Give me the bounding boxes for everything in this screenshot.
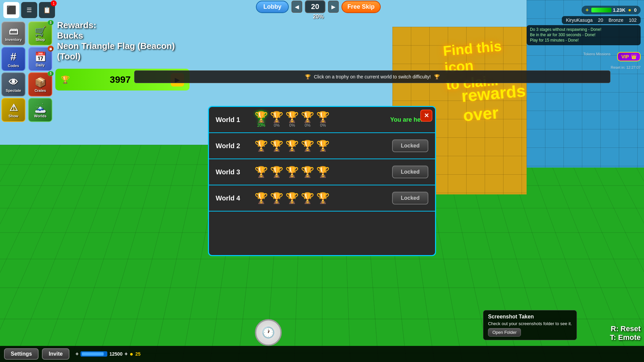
trophy-5-pct: 0% bbox=[320, 123, 326, 128]
w3-trophy-1-cup: 🏆 bbox=[255, 167, 268, 177]
world-4-row: World 4 🏆 🏆 🏆 🏆 🏆 Locked bbox=[209, 185, 435, 212]
w3-trophy-2: 🏆 bbox=[270, 167, 283, 177]
w4-trophy-1-cup: 🏆 bbox=[255, 193, 268, 203]
world-3-row: World 3 🏆 🏆 🏆 🏆 🏆 Locked bbox=[209, 159, 435, 185]
trophy-2-pct: 0% bbox=[274, 123, 279, 128]
w3-trophy-3-cup: 🏆 bbox=[285, 167, 299, 177]
w3-trophy-3: 🏆 bbox=[285, 167, 299, 177]
world-1-trophies: 🏆 20% 🏆 0% 🏆 0% 🏆 0% 🏆 0% bbox=[255, 112, 376, 128]
w3-trophy-4: 🏆 bbox=[301, 167, 314, 177]
world-1-row[interactable]: World 1 🏆 20% 🏆 0% 🏆 0% 🏆 0% bbox=[209, 107, 435, 133]
w3-trophy-2-cup: 🏆 bbox=[270, 167, 283, 177]
world-1-name: World 1 bbox=[216, 116, 249, 124]
w2-trophy-2: 🏆 bbox=[270, 140, 283, 151]
trophy-col-2: 🏆 0% bbox=[270, 112, 283, 128]
w4-trophy-2-cup: 🏆 bbox=[270, 193, 283, 203]
trophy-3-pct: 0% bbox=[289, 123, 295, 128]
modal-empty-area bbox=[209, 212, 435, 255]
w2-trophy-5: 🏆 bbox=[316, 140, 330, 151]
trophy-4-cup: 🏆 bbox=[301, 112, 314, 122]
w2-trophy-1-cup: 🏆 bbox=[255, 140, 268, 151]
w2-trophy-4-cup: 🏆 bbox=[301, 140, 314, 151]
w2-trophy-3: 🏆 bbox=[285, 140, 299, 151]
w4-trophy-2: 🏆 bbox=[270, 193, 283, 203]
trophy-4-pct: 0% bbox=[305, 123, 310, 128]
trophy-2-cup: 🏆 bbox=[270, 112, 283, 122]
w4-trophy-3: 🏆 bbox=[285, 193, 299, 203]
w4-trophy-3-cup: 🏆 bbox=[285, 193, 299, 203]
w4-trophy-1: 🏆 bbox=[255, 193, 268, 203]
world-2-trophies: 🏆 🏆 🏆 🏆 🏆 bbox=[255, 140, 376, 151]
trophy-col-5: 🏆 0% bbox=[316, 112, 330, 128]
trophy-1-cup: 🏆 bbox=[255, 112, 268, 122]
trophy-col-3: 🏆 0% bbox=[285, 112, 299, 128]
world-2-locked-button[interactable]: Locked bbox=[392, 139, 428, 152]
worlds-modal: ✕ World 1 🏆 20% 🏆 0% 🏆 0% 🏆 0 bbox=[208, 106, 436, 256]
w4-trophy-5: 🏆 bbox=[316, 193, 330, 203]
w2-trophy-1: 🏆 bbox=[255, 140, 268, 151]
world-4-name: World 4 bbox=[216, 194, 249, 202]
w4-trophy-5-cup: 🏆 bbox=[316, 193, 330, 203]
world-3-locked-button[interactable]: Locked bbox=[392, 166, 428, 178]
world-4-trophies: 🏆 🏆 🏆 🏆 🏆 bbox=[255, 193, 376, 203]
trophy-col-1: 🏆 20% bbox=[255, 112, 268, 128]
world-3-name: World 3 bbox=[216, 168, 249, 176]
world-3-status: Locked bbox=[381, 166, 428, 178]
w2-trophy-3-cup: 🏆 bbox=[285, 140, 299, 151]
w3-trophy-1: 🏆 bbox=[255, 167, 268, 177]
w3-trophy-4-cup: 🏆 bbox=[301, 167, 314, 177]
trophy-5-cup: 🏆 bbox=[316, 112, 330, 122]
worlds-modal-overlay: ✕ World 1 🏆 20% 🏆 0% 🏆 0% 🏆 0 bbox=[0, 0, 644, 362]
modal-close-button[interactable]: ✕ bbox=[420, 110, 432, 122]
world-2-name: World 2 bbox=[216, 142, 249, 150]
trophy-1-pct: 20% bbox=[257, 123, 265, 128]
w2-trophy-2-cup: 🏆 bbox=[270, 140, 283, 151]
w3-trophy-5-cup: 🏆 bbox=[316, 167, 330, 177]
world-2-status: Locked bbox=[381, 139, 428, 152]
world-3-trophies: 🏆 🏆 🏆 🏆 🏆 bbox=[255, 167, 376, 177]
trophy-3-cup: 🏆 bbox=[285, 112, 299, 122]
world-4-locked-button[interactable]: Locked bbox=[392, 192, 428, 204]
w2-trophy-5-cup: 🏆 bbox=[316, 140, 330, 151]
world-4-status: Locked bbox=[381, 192, 428, 204]
world-2-row: World 2 🏆 🏆 🏆 🏆 🏆 Locked bbox=[209, 133, 435, 159]
w4-trophy-4: 🏆 bbox=[301, 193, 314, 203]
w4-trophy-4-cup: 🏆 bbox=[301, 193, 314, 203]
w2-trophy-4: 🏆 bbox=[301, 140, 314, 151]
w3-trophy-5: 🏆 bbox=[316, 167, 330, 177]
trophy-col-4: 🏆 0% bbox=[301, 112, 314, 128]
